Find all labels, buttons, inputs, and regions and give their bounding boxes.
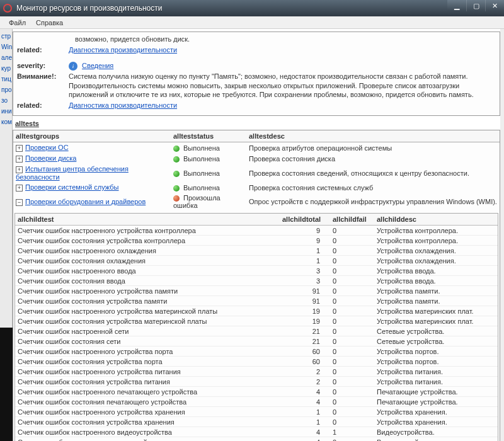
childtest-total: 60	[280, 357, 330, 367]
childtest-row: Счетчик ошибок состояния ввода30Устройст…	[15, 276, 498, 286]
close-button[interactable]: ✕	[485, 0, 504, 11]
warning-text: Система получила низкую оценку по пункту…	[69, 72, 496, 100]
svg-point-0	[4, 4, 11, 12]
status-ok-icon	[173, 185, 180, 192]
childtest-fail: 1	[330, 427, 374, 437]
childtest-fail: 0	[330, 407, 374, 417]
childtest-row: Счетчик ошибок состояния печатающего уст…	[15, 397, 498, 407]
testgroup-link[interactable]: Проверки диска	[25, 154, 76, 162]
childtest-total: 2	[280, 377, 330, 387]
childtest-desc: Сетевые устройства.	[374, 326, 498, 336]
childtest-row: Счетчик ошибок настроенной сети210Сетевы…	[15, 326, 498, 336]
childtest-desc: Устройства ввода.	[374, 266, 498, 276]
expand-toggle[interactable]: +	[16, 166, 23, 173]
childtests-table: allchildtest allchildtotal allchildfail …	[15, 214, 498, 441]
testgroup-link[interactable]: Проверки оборудования и драйверов	[25, 198, 146, 205]
menu-file[interactable]: Файл	[4, 18, 31, 28]
col-desc: alltestdesc	[246, 130, 500, 142]
childcol-fail: allchildfail	[330, 214, 374, 226]
childtest-total: 91	[280, 286, 330, 296]
severity-link[interactable]: Сведения	[82, 62, 113, 69]
maximize-button[interactable]: ▢	[466, 0, 485, 11]
childtest-name: Счетчик ошибок настроенного устройства п…	[15, 367, 280, 377]
childtest-fail: 0	[330, 377, 374, 387]
childcol-desc: allchilddesc	[374, 214, 498, 226]
childtest-fail: 0	[330, 417, 374, 427]
expand-toggle[interactable]: −	[16, 199, 23, 206]
testgroup-desc: Проверка атрибутов операционной системы	[246, 142, 500, 154]
childtest-desc: Устройства ввода.	[374, 276, 498, 286]
background-text-fragment: стр	[1, 33, 12, 40]
childtest-total: 1	[280, 417, 330, 427]
minimize-button[interactable]: ▁	[447, 0, 466, 11]
childtest-total: 21	[280, 336, 330, 346]
childtest-total: 4	[280, 437, 330, 441]
testgroup-desc: Проверка состояния диска	[246, 153, 500, 164]
window-titlebar: Монитор ресурсов и производительности ▁ …	[0, 0, 504, 16]
childtest-fail: 0	[330, 226, 374, 236]
childtest-name: Счетчик ошибок настроенного устройства м…	[15, 306, 280, 316]
col-groups: alltestgroups	[13, 130, 171, 142]
childtest-desc: Устройства хранения.	[374, 417, 498, 427]
childtest-fail: 0	[330, 437, 374, 441]
childtest-row: Счетчик ошибок настроенного печатающего …	[15, 387, 498, 397]
childtest-name: Счетчик ошибок состояния устройства мате…	[15, 316, 280, 326]
childtest-desc: Устройства хранения.	[374, 407, 498, 417]
childtest-row: Счетчик ошибок настроенного устройства м…	[15, 306, 498, 316]
childtest-fail: 0	[330, 236, 374, 246]
childtest-fail: 0	[330, 246, 374, 256]
childtest-fail: 0	[330, 306, 374, 316]
childtest-row: Счетчик ошибок состояния устройства мате…	[15, 316, 498, 326]
childtest-row: Счетчик ошибок настроенного ввода30Устро…	[15, 266, 498, 276]
testgroup-row: −Проверки оборудования и драйверовПроизо…	[13, 193, 500, 210]
childtest-desc: Устройства материнских плат.	[374, 306, 498, 316]
testgroup-desc: Опрос устройств с поддержкой инфраструкт…	[246, 193, 500, 210]
childtest-row: Счетчик ошибок состояния устройства порт…	[15, 357, 498, 367]
childtest-name: Счетчик ошибок настроенного устройства к…	[15, 226, 280, 236]
childtest-total: 19	[280, 306, 330, 316]
childtest-name: Счетчик ошибок состояния устройства хран…	[15, 417, 280, 427]
testgroup-link[interactable]: Проверки системной службы	[25, 183, 118, 191]
childtest-total: 2	[280, 367, 330, 377]
expand-toggle[interactable]: +	[16, 156, 23, 163]
childtest-desc: Печатающие устройства.	[374, 387, 498, 397]
testgroup-row: +Проверки ОСВыполненаПроверка атрибутов …	[13, 142, 500, 154]
childtest-desc: Устройства материнских плат.	[374, 316, 498, 326]
childtest-fail: 0	[330, 266, 374, 276]
related2-link[interactable]: Диагностика производительности	[69, 101, 177, 109]
childtest-fail: 0	[330, 387, 374, 397]
childtest-name: Счетчик ошибок состояния устройства порт…	[15, 357, 280, 367]
childtest-fail: 0	[330, 296, 374, 306]
childtest-total: 1	[280, 246, 330, 256]
childtest-fail: 0	[330, 346, 374, 357]
status-ok-icon	[173, 171, 180, 177]
childtest-name: Счетчик ошибок настроенного ввода	[15, 266, 280, 276]
testgroup-desc: Проверка состояния сведений, относящихся…	[246, 164, 500, 182]
childtest-name: Счетчик ошибок настроенного устройства п…	[15, 286, 280, 296]
childtest-name: Счетчик ошибок состояния видеоустройства	[15, 437, 280, 441]
related-link[interactable]: Диагностика производительности	[69, 46, 177, 54]
menu-bar: Файл Справка	[0, 16, 504, 29]
expand-toggle[interactable]: +	[16, 185, 23, 192]
childtest-desc: Устройства питания.	[374, 367, 498, 377]
childtest-total: 4	[280, 427, 330, 437]
testgroup-row: +Проверки системной службыВыполненаПрове…	[13, 182, 500, 193]
background-text-fragment: тиц	[1, 76, 12, 83]
childtest-desc: Устройства охлаждения.	[374, 256, 498, 266]
testgroup-link[interactable]: Проверки ОС	[25, 144, 69, 151]
childtest-name: Счетчик ошибок настроенного печатающего …	[15, 387, 280, 397]
testgroup-link[interactable]: Испытания центра обеспечения безопасност…	[16, 165, 129, 181]
menu-help[interactable]: Справка	[31, 18, 68, 28]
childtest-desc: Видеоустройства.	[374, 437, 498, 441]
childtest-row: Счетчик ошибок настроенного устройства х…	[15, 407, 498, 417]
expand-toggle[interactable]: +	[16, 145, 23, 152]
childtest-total: 4	[280, 387, 330, 397]
childtest-desc: Устройства портов.	[374, 346, 498, 357]
childtest-desc: Печатающие устройства.	[374, 397, 498, 407]
childtest-name: Счетчик ошибок состояния ввода	[15, 276, 280, 286]
vertical-scrollbar[interactable]	[500, 29, 504, 441]
background-text-fragment: ком	[1, 118, 12, 125]
childtest-fail: 0	[330, 326, 374, 336]
info-icon: i	[69, 62, 77, 71]
status-ok-icon	[173, 156, 180, 163]
